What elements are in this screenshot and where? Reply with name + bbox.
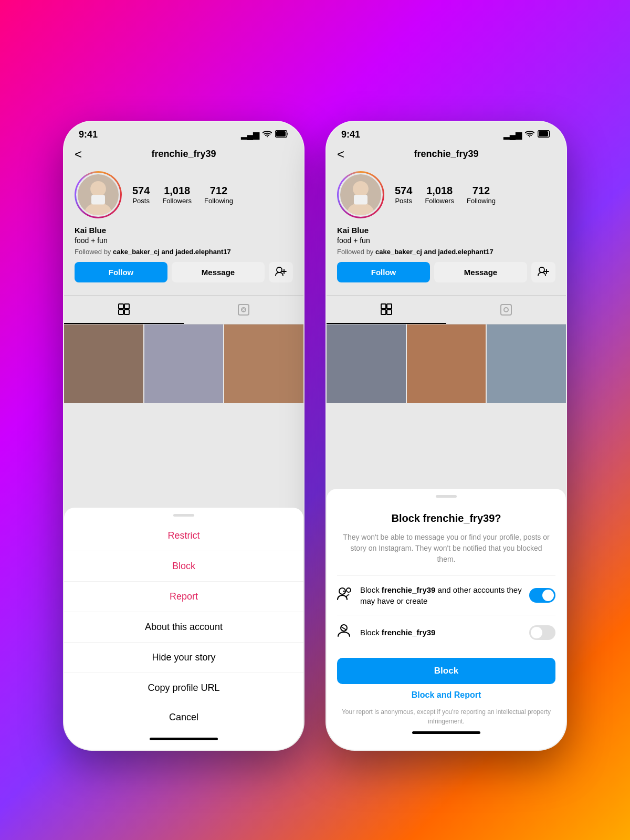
sheet-item-hide-story[interactable]: Hide your story: [64, 643, 303, 673]
add-user-button-right[interactable]: [531, 262, 555, 282]
block-option-linked-icon: [337, 587, 353, 604]
phones-container: 9:41 ▂▄▆: [63, 89, 567, 751]
wifi-icon-left: [262, 130, 272, 140]
cancel-button-left[interactable]: Cancel: [64, 702, 303, 732]
profile-header-right: 574 Posts 1,018 Followers 712 Following: [337, 171, 555, 218]
photo-grid-right: [327, 324, 566, 404]
block-confirm-button[interactable]: Block: [337, 658, 555, 684]
status-time-left: 9:41: [79, 129, 98, 140]
photo-grid-left: [64, 324, 303, 404]
block-option-linked-text: Block frenchie_fry39 and other accounts …: [360, 584, 522, 606]
stats-row-right: 574 Posts 1,018 Followers 712 Following: [395, 185, 555, 205]
back-button-right[interactable]: <: [337, 147, 344, 162]
svg-point-4: [90, 181, 106, 197]
signal-icon-left: ▂▄▆: [241, 130, 259, 140]
sheet-item-block[interactable]: Block: [64, 551, 303, 582]
stat-posts-label-right: Posts: [395, 197, 412, 205]
svg-rect-9: [124, 304, 129, 309]
svg-rect-25: [387, 310, 392, 314]
svg-rect-2: [276, 131, 286, 136]
back-button-left[interactable]: <: [75, 147, 82, 162]
svg-rect-16: [539, 131, 548, 136]
block-option-single-text: Block frenchie_fry39: [360, 627, 522, 638]
status-icons-right: ▂▄▆: [503, 130, 551, 140]
block-option-single-icon: [337, 624, 353, 641]
sheet-item-about[interactable]: About this account: [64, 612, 303, 643]
block-and-report-button[interactable]: Block and Report: [337, 690, 555, 700]
block-dialog-title: Block frenchie_fry39?: [337, 502, 555, 532]
sheet-item-report[interactable]: Report: [64, 582, 303, 612]
svg-rect-6: [91, 195, 105, 205]
message-button-left[interactable]: Message: [172, 262, 265, 282]
photo-cell-r1: [327, 324, 406, 404]
svg-line-31: [341, 627, 346, 630]
sheet-handle-left: [173, 514, 194, 517]
bio-followed-left: Followed by cake_baker_cj and jaded.elep…: [75, 248, 293, 256]
stat-following-left: 712 Following: [204, 185, 233, 205]
toggle-single-off[interactable]: [529, 625, 555, 640]
avatar-inner-right: [339, 173, 383, 217]
add-user-button-left[interactable]: [269, 262, 293, 282]
photo-cell-r2: [407, 324, 486, 404]
toggle-linked-on[interactable]: [529, 588, 555, 603]
profile-bio-right: Kai Blue food + fun Followed by cake_bak…: [337, 226, 555, 256]
tab-tagged-left[interactable]: [184, 296, 303, 324]
battery-icon-left: [275, 130, 289, 140]
tab-bar-right: [327, 295, 566, 324]
phone-right: 9:41 ▂▄▆: [326, 121, 567, 751]
stat-followers-left: 1,018 Followers: [162, 185, 192, 205]
stats-row-left: 574 Posts 1,018 Followers 712 Following: [132, 185, 293, 205]
signal-icon-right: ▂▄▆: [503, 130, 522, 140]
stat-followers-label-left: Followers: [162, 197, 192, 205]
follow-button-left[interactable]: Follow: [75, 262, 167, 282]
stat-following-label-left: Following: [204, 197, 233, 205]
svg-point-29: [346, 588, 351, 592]
cancel-sheet-left: Cancel: [64, 693, 303, 750]
bio-name-left: Kai Blue: [75, 226, 293, 235]
profile-bio-left: Kai Blue food + fun Followed by cake_bak…: [75, 226, 293, 256]
follow-button-right[interactable]: Follow: [337, 262, 430, 282]
status-bar-left: 9:41 ▂▄▆: [64, 122, 303, 144]
stat-posts-label-left: Posts: [132, 197, 150, 205]
avatar-ring-left[interactable]: [75, 171, 122, 218]
action-buttons-right: Follow Message: [337, 262, 555, 282]
stat-posts-number-left: 574: [132, 185, 150, 197]
status-time-right: 9:41: [341, 129, 360, 140]
status-icons-left: ▂▄▆: [241, 130, 289, 140]
nav-bar-right: < frenchie_fry39: [327, 144, 566, 166]
avatar-ring-right[interactable]: [337, 171, 384, 218]
bio-tagline-left: food + fun: [75, 236, 293, 246]
sheet-item-restrict[interactable]: Restrict: [64, 521, 303, 551]
svg-rect-10: [119, 310, 123, 314]
stat-followers-number-right: 1,018: [426, 185, 453, 197]
tab-grid-right[interactable]: [327, 296, 446, 324]
followed-by-bold-left: cake_baker_cj and jaded.elephant17: [113, 248, 231, 256]
svg-point-18: [353, 181, 369, 197]
tab-grid-left[interactable]: [64, 296, 184, 324]
stat-following-right: 712 Following: [467, 185, 496, 205]
block-dialog-right: Block frenchie_fry39? They won't be able…: [327, 489, 566, 750]
photo-cell-2: [144, 324, 224, 404]
stat-followers-number-left: 1,018: [164, 185, 190, 197]
block-option-linked: Block frenchie_fry39 and other accounts …: [337, 575, 555, 615]
svg-rect-11: [124, 310, 129, 314]
svg-rect-12: [238, 304, 249, 315]
followed-by-bold-right: cake_baker_cj and jaded.elephant17: [375, 248, 494, 256]
profile-header-left: 574 Posts 1,018 Followers 712 Following: [75, 171, 293, 218]
avatar-inner-left: [76, 173, 120, 217]
block-dialog-handle: [436, 495, 457, 498]
svg-rect-24: [381, 310, 386, 314]
status-bar-right: 9:41 ▂▄▆: [327, 122, 566, 144]
svg-point-7: [277, 267, 282, 272]
action-buttons-left: Follow Message: [75, 262, 293, 282]
phone-left: 9:41 ▂▄▆: [63, 121, 304, 751]
stat-following-number-right: 712: [472, 185, 490, 197]
message-button-right[interactable]: Message: [434, 262, 527, 282]
svg-rect-23: [387, 304, 392, 309]
tab-tagged-right[interactable]: [446, 296, 566, 324]
svg-rect-8: [119, 304, 123, 309]
photo-cell-1: [64, 324, 143, 404]
svg-rect-26: [501, 304, 511, 315]
tab-bar-left: [64, 295, 303, 324]
block-option-single: Block frenchie_fry39: [337, 615, 555, 649]
